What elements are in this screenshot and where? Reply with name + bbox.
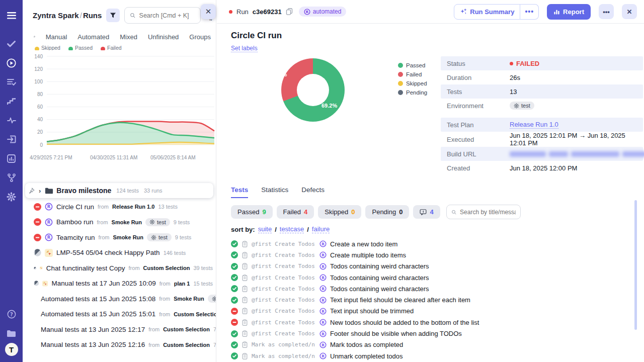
filter-pill-skipped[interactable]: Skipped 0: [318, 205, 361, 219]
tab-automated[interactable]: Automated: [77, 33, 109, 41]
automated-icon: R: [319, 308, 327, 315]
run-summary-button[interactable]: Run Summary: [454, 4, 520, 20]
test-plan-link[interactable]: Release Run 1.0: [510, 121, 558, 129]
svg-text:120: 120: [34, 66, 43, 72]
tab-defects[interactable]: Defects: [301, 186, 325, 198]
tests-search-input[interactable]: [460, 209, 516, 216]
results-donut-chart[interactable]: 30.8% 69.2%: [281, 58, 345, 122]
tab-mixed[interactable]: Mixed: [120, 33, 137, 41]
test-row[interactable]: @first Create Todos... R Todos containin…: [231, 272, 636, 283]
finished-icon: [34, 264, 36, 272]
import-icon[interactable]: [0, 130, 23, 149]
sort-by-testcase[interactable]: testcase: [280, 225, 304, 233]
close-detail-button[interactable]: ✕: [622, 4, 637, 19]
runs-search[interactable]: [124, 7, 201, 24]
automated-badge[interactable]: R automated: [299, 7, 347, 17]
test-suite: @first Create Todos...: [252, 319, 316, 326]
run-name: Teamcity run: [56, 234, 95, 241]
menu-icon[interactable]: [0, 6, 23, 25]
donut-legend-item[interactable]: Passed: [398, 62, 427, 68]
info-label: Test Plan: [447, 121, 510, 129]
run-list-item[interactable]: R Automated tests at 15 Jun 2025 15:01fr…: [23, 307, 216, 322]
tab-unfinished[interactable]: Unfinished: [148, 33, 179, 41]
project-name[interactable]: Zyntra Spark: [33, 11, 79, 20]
test-suite: @first Create Todos...: [252, 308, 316, 314]
filter-pill-passed[interactable]: Passed 9: [231, 205, 273, 219]
select-all-icon[interactable]: [34, 33, 35, 41]
sparkle-icon: [460, 8, 467, 15]
tab-groups[interactable]: Groups: [189, 33, 211, 41]
report-button[interactable]: Report: [547, 4, 591, 20]
filter-pill-pending[interactable]: Pending 0: [365, 205, 409, 219]
gear-icon: [151, 235, 156, 240]
donut-legend-item[interactable]: Failed: [398, 71, 427, 77]
automated-icon: R: [45, 233, 53, 241]
help-icon[interactable]: ?: [0, 305, 23, 324]
set-labels-link[interactable]: Set labels: [231, 45, 258, 52]
run-source: Release Run 1.0: [112, 204, 154, 210]
test-row[interactable]: Mark as completed/n... R Mark todos as c…: [231, 339, 636, 350]
tab-tests[interactable]: Tests: [231, 186, 248, 198]
group-runs-count: 33 runs: [144, 188, 163, 194]
test-plans-icon[interactable]: [0, 72, 23, 92]
run-source: Custom Selection: [174, 311, 216, 317]
tests-search[interactable]: [446, 205, 521, 219]
more-actions-button[interactable]: •••: [599, 4, 614, 19]
app-logo[interactable]: T: [5, 343, 18, 356]
run-summary-more-button[interactable]: •••: [520, 4, 539, 20]
test-row[interactable]: @first Create Todos... R Create a new to…: [231, 238, 636, 249]
pulse-icon[interactable]: [0, 111, 23, 130]
run-list-item[interactable]: LMP-554 05/04 check Happy Path146 tests: [23, 245, 216, 261]
tests-scrollbar[interactable]: [634, 200, 637, 330]
legend-item[interactable]: Skipped: [35, 46, 60, 50]
run-list-item[interactable]: Manual tests at 13 Jun 2025 12:17fromCus…: [23, 322, 216, 337]
run-list-item[interactable]: Chat functinality test CopyfromCustom Se…: [23, 260, 216, 276]
copy-icon[interactable]: [286, 8, 293, 15]
steps-icon[interactable]: [0, 92, 23, 111]
runs-search-input[interactable]: [139, 12, 196, 19]
analytics-icon[interactable]: [0, 149, 23, 168]
test-row[interactable]: @first Create Todos... R New todos shoul…: [231, 317, 636, 328]
test-row[interactable]: @first Create Todos... R Text input fiel…: [231, 294, 636, 305]
test-row[interactable]: @first Create Todos... R Todos containin…: [231, 261, 636, 272]
close-panel-button[interactable]: ✕: [201, 4, 216, 19]
folder-icon: [45, 187, 53, 195]
clipboard-icon: [242, 308, 248, 314]
automated-icon: R: [304, 9, 310, 15]
run-list-item[interactable]: R Teamcity runfromSmoke Run test9 tests: [23, 230, 216, 245]
test-row[interactable]: @first Create Todos... R Text input shou…: [231, 306, 636, 317]
test-row[interactable]: Mark as completed/n... R Unmark complete…: [231, 350, 636, 361]
tab-statistics[interactable]: Statistics: [261, 186, 288, 198]
filter-pill-failed[interactable]: Failed 4: [277, 205, 314, 219]
automated-icon: R: [45, 218, 53, 226]
run-list-item[interactable]: R Bamboo runfromSmoke Run test9 tests: [23, 215, 216, 230]
comments-filter-pill[interactable]: 4: [413, 205, 440, 219]
run-list-item[interactable]: R Circle CI runfromRelease Run 1.013 tes…: [23, 199, 216, 215]
projects-folder-icon[interactable]: [0, 324, 23, 343]
runs-icon[interactable]: [0, 53, 23, 72]
chevron-right-icon[interactable]: ›: [38, 187, 42, 195]
app-sidebar: ? T: [0, 0, 23, 362]
legend-item[interactable]: Failed: [101, 46, 122, 50]
run-list-item[interactable]: Manual tests at 13 Jun 2025 12:16fromCus…: [23, 337, 216, 353]
trend-chart-plot[interactable]: 020406080100120140: [29, 50, 215, 154]
donut-legend-item[interactable]: Pending: [398, 89, 427, 96]
filter-button[interactable]: [106, 9, 120, 22]
settings-icon[interactable]: [0, 187, 23, 206]
test-row[interactable]: @first Create Todos... R Todos containin…: [231, 283, 636, 294]
tab-manual[interactable]: Manual: [46, 33, 67, 41]
legend-item[interactable]: Passed: [68, 46, 93, 50]
info-row: Tests13: [441, 84, 643, 99]
sort-by-suite[interactable]: suite: [258, 225, 272, 233]
test-row[interactable]: @first Create Todos... R Create multiple…: [231, 249, 636, 260]
detail-tabs: TestsStatisticsDefects: [231, 186, 636, 198]
sort-by-failure[interactable]: failure: [312, 225, 330, 233]
donut-legend-item[interactable]: Skipped: [398, 80, 427, 86]
run-group-row[interactable]: › Bravo milestone 124 tests 33 runs: [25, 183, 213, 198]
branches-icon[interactable]: [0, 168, 23, 187]
tests-icon[interactable]: [0, 34, 23, 53]
run-list-item[interactable]: Manual tests at 17 Jun 2025 10:09frompla…: [23, 276, 216, 292]
clipboard-icon: [242, 275, 248, 281]
run-list-item[interactable]: R Automated tests at 15 Jun 2025 15:08fr…: [23, 291, 216, 307]
test-row[interactable]: @first Create Todos... R Footer should b…: [231, 328, 636, 339]
